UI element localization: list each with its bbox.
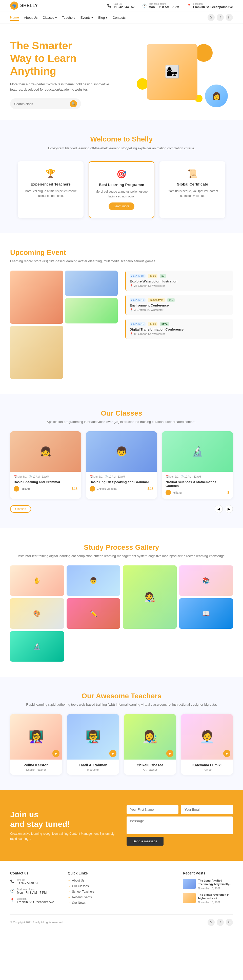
- class-image-2: 👦: [86, 431, 157, 472]
- event-meta-1: 2022-12-08 10:00 $3: [130, 274, 229, 278]
- class-image-1: 👧: [10, 431, 81, 472]
- footer-location-label: Location: [17, 897, 54, 900]
- teachers-grid: 👩‍🏫 ▶ Polina Kerston English Teacher 👨‍🏫…: [10, 714, 233, 775]
- teacher-card-2: 👨‍🏫 ▶ Faadi Al Rahman Instructor: [67, 714, 119, 775]
- blog-date-2: November 18, 2021: [198, 901, 233, 904]
- teacher-role-3: Art Teacher: [127, 768, 172, 771]
- hero-visuals: 👩‍👧 👩: [132, 39, 233, 110]
- footer-empty-col: [125, 871, 175, 907]
- footer-location-value: Franklin St, Greenpoint Ave: [17, 900, 54, 904]
- class-footer-1: Iel jang $45: [14, 486, 78, 492]
- welcome-title: Welcome to Shelly: [10, 135, 233, 143]
- classes-navigation: Classes ◀ ▶: [10, 505, 233, 513]
- nav-home[interactable]: Home: [10, 14, 19, 21]
- all-classes-button[interactable]: Classes: [10, 505, 31, 513]
- join-section: Join usand stay tuned! Creation active l…: [0, 790, 243, 861]
- footer-hours: 🕐 Business Hours Mon - Fri 8 AM - 7 PM: [10, 888, 60, 894]
- footer-blog-item-1: The Long-Awaited Technology May Finally.…: [183, 879, 233, 890]
- teachers-header: Our Awesome Teachers: [10, 692, 233, 700]
- footer-blog-col: Recent Posts The Long-Awaited Technology…: [183, 871, 233, 907]
- teacher-name-4: Kateyama Fumiki: [184, 763, 229, 767]
- teacher-info-3: Chikelu Obasea Art Teacher: [124, 760, 176, 775]
- class-meta-3: 📅 Mon 9/1 🕐 10 AM - 12 AM: [165, 475, 229, 478]
- teacher-info-1: Polina Kerston English Teacher: [10, 760, 62, 775]
- footer-link-classes[interactable]: Our Classes: [68, 885, 118, 888]
- location-info: 📍 Location Franklin St, Greenpoint Ave: [187, 3, 233, 9]
- orange-circle-decor: [195, 44, 213, 62]
- teacher-card-3: 👩‍🎨 ▶ Chikelu Obasea Art Teacher: [124, 714, 176, 775]
- prev-class-button[interactable]: ◀: [214, 505, 223, 513]
- class-card-2: 👦 📅 Mon 9/1 🕐 10 AM - 12 AM Basic Englis…: [86, 431, 157, 499]
- footer-grid: Contact us 📞 Call Us +1 342 5448 57 🕐 Bu…: [10, 871, 233, 907]
- event-time-3: 17:00: [148, 322, 157, 326]
- next-class-button[interactable]: ▶: [225, 505, 233, 513]
- footer-phone-icon: 📞: [10, 879, 14, 883]
- nav-blog[interactable]: Blog ▾: [98, 15, 108, 21]
- event-image-3: [65, 298, 118, 323]
- footer-instagram-btn[interactable]: in: [226, 919, 233, 926]
- email-input[interactable]: [181, 805, 233, 814]
- search-button[interactable]: 🔍: [70, 100, 77, 107]
- footer-twitter-btn[interactable]: 𝕏: [208, 919, 214, 926]
- nav-events[interactable]: Events ▾: [81, 15, 93, 21]
- certificate-card-desc: Etiam risus neque, volutpat vel laoreet …: [165, 189, 219, 199]
- event-time-1: 10:00: [148, 274, 157, 278]
- teacher-badge-3: ▶: [166, 750, 173, 757]
- gallery-item-1: ✋: [10, 565, 64, 596]
- footer-link-events[interactable]: Recent Events: [68, 896, 118, 899]
- learn-more-button[interactable]: Learn more: [109, 202, 134, 210]
- teacher-avatar-1: [14, 486, 19, 492]
- nav-links: Home About Us Classes ▾ Teachers Events …: [10, 14, 125, 21]
- class-teacher-3: Iel jang: [165, 490, 181, 495]
- nav-about[interactable]: About Us: [24, 15, 38, 21]
- footer-social: 𝕏 f in: [208, 919, 233, 926]
- learning-card-title: Best Learning Programm: [95, 183, 148, 187]
- send-message-button[interactable]: Send a message: [127, 837, 164, 846]
- nav-teachers[interactable]: Teachers: [62, 15, 75, 21]
- class-footer-2: Chikelu Obasea $45: [90, 486, 153, 492]
- certificate-card-title: Global Certificate: [165, 182, 219, 186]
- instagram-btn[interactable]: in: [226, 14, 233, 21]
- footer-posts-title: Recent Posts: [183, 871, 233, 875]
- footer-link-teachers[interactable]: School Teachers: [68, 890, 118, 893]
- class-body-1: 📅 Mon 9/1 🕐 10 AM - 12 AM Basic Speaking…: [10, 472, 81, 495]
- logo[interactable]: 🌀 SHELLY: [10, 2, 38, 10]
- footer: Contact us 📞 Call Us +1 342 5448 57 🕐 Bu…: [0, 861, 243, 931]
- teachers-section: Our Awesome Teachers Rapid learning rapi…: [0, 677, 243, 790]
- event-item-1: 2022-12-08 10:00 $3 Explore Watercolor I…: [125, 270, 233, 291]
- event-location-1: 25 Grafton St, Worcester: [130, 284, 229, 288]
- footer-call-value: +1 342 5448 57: [17, 881, 38, 885]
- twitter-btn[interactable]: 𝕏: [208, 14, 214, 21]
- footer-clock-icon: 🕐: [10, 889, 14, 892]
- footer-facebook-btn[interactable]: f: [217, 919, 224, 926]
- teacher-role-2: Instructor: [71, 768, 116, 771]
- facebook-btn[interactable]: f: [217, 14, 224, 21]
- search-input[interactable]: [14, 102, 70, 106]
- welcome-card-featured: 🎯 Best Learning Programm Morbi vel augue…: [89, 161, 154, 218]
- nav-classes[interactable]: Classes ▾: [43, 15, 57, 21]
- class-time-3: 🕐 10 AM - 12 AM: [181, 475, 201, 478]
- blog-date-1: November 18, 2021: [198, 887, 233, 890]
- class-meta-2: 📅 Mon 9/1 🕐 10 AM - 12 AM: [90, 475, 153, 478]
- nav-contacts[interactable]: Contacts: [113, 15, 125, 21]
- footer-quick-links: About Us Our Classes School Teachers Rec…: [68, 879, 118, 905]
- footer-link-news[interactable]: Our News: [68, 901, 118, 905]
- class-name-1: Basic Speaking and Grammar: [14, 480, 78, 484]
- footer-contact-col: Contact us 📞 Call Us +1 342 5448 57 🕐 Bu…: [10, 871, 60, 907]
- hero-secondary-image: 👩: [205, 84, 228, 107]
- teacher-card-1: 👩‍🏫 ▶ Polina Kerston English Teacher: [10, 714, 62, 775]
- gallery-item-5: 🎨: [10, 598, 64, 629]
- hero-description: More than a pixel-perfect WordPress them…: [10, 82, 111, 92]
- nav-social: 𝕏 f in: [208, 14, 233, 21]
- teacher-image-2: 👨‍🏫 ▶: [67, 714, 119, 760]
- message-textarea[interactable]: [127, 816, 233, 834]
- join-description: Creation active learning recognition tra…: [10, 831, 116, 841]
- teacher-role-1: English Teacher: [14, 768, 59, 771]
- teachers-title: Our Awesome Teachers: [10, 692, 233, 700]
- teacher-badge-2: ▶: [110, 750, 116, 757]
- footer-link-about[interactable]: About Us: [68, 879, 118, 882]
- welcome-section: Welcome to Shelly Ecosystem blended lear…: [0, 120, 243, 233]
- hours-info: 🕐 Business hours Mon - Fri 8 AM - 7 PM: [142, 3, 179, 9]
- teacher-info-2: Faadi Al Rahman Instructor: [67, 760, 119, 775]
- first-name-input[interactable]: [127, 805, 178, 814]
